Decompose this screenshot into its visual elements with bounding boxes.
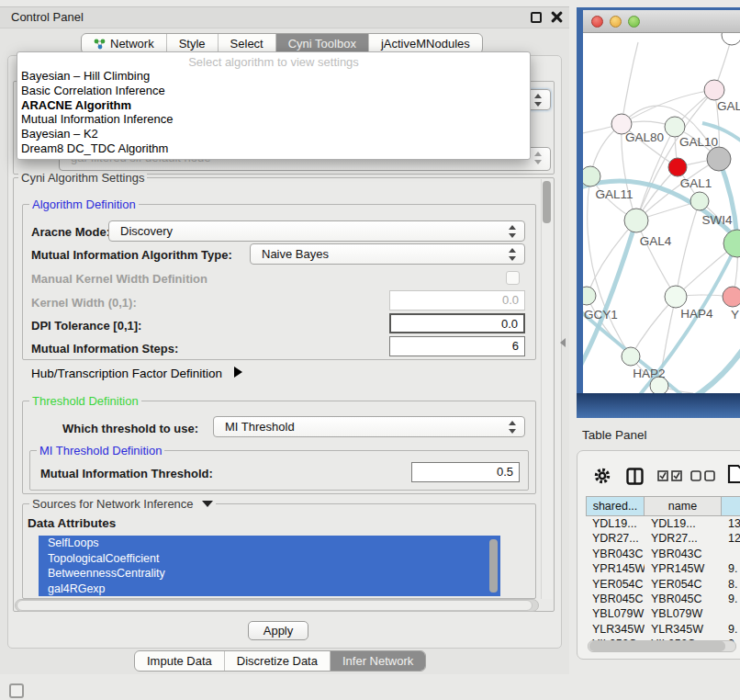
network-node[interactable] — [707, 147, 731, 171]
table-cell: YDL19... — [586, 516, 645, 531]
dropdown-items: Bayesian – Hill ClimbingBasic Correlatio… — [17, 69, 530, 156]
table-cell: YBR045C — [586, 592, 645, 606]
tab-discretize-data[interactable]: Discretize Data — [224, 651, 330, 671]
tab-infer-network[interactable]: Infer Network — [330, 651, 425, 671]
algorithm-option[interactable]: Mutual Information Inference — [17, 112, 530, 127]
network-node[interactable] — [624, 209, 648, 232]
network-node[interactable] — [583, 287, 596, 305]
network-node[interactable] — [722, 33, 740, 45]
mi-type-label: Mutual Information Algorithm Type: — [31, 248, 232, 262]
table-row[interactable]: YBR043CYBR043C — [586, 547, 740, 561]
network-node-label: GAL1 — [680, 176, 712, 190]
tab-label: Select — [230, 37, 263, 51]
zoom-traffic-light-icon[interactable] — [628, 16, 640, 28]
mi-type-combobox[interactable]: Naive Bayes — [250, 243, 525, 265]
table-row[interactable]: YBL079WYBL079W — [586, 606, 740, 621]
network-node-label: Y — [731, 308, 739, 322]
column-layout-icon[interactable] — [626, 468, 645, 485]
network-node-label: GAL80 — [625, 130, 664, 144]
network-node[interactable] — [622, 347, 640, 366]
kernel-width-field[interactable]: 0.0 — [389, 290, 525, 310]
threshold-definition-title: Threshold Definition — [29, 394, 141, 408]
dock-grip-icon[interactable] — [9, 683, 24, 698]
tab-label: Cyni Toolbox — [288, 37, 356, 51]
table-cell: YER054C — [645, 577, 722, 592]
attributes-scrollbar-thumb[interactable] — [489, 539, 498, 593]
tab-impute-data[interactable]: Impute Data — [135, 651, 224, 671]
table-cell: YLR345W — [645, 622, 722, 637]
select-all-checkboxes-icon[interactable] — [657, 469, 685, 482]
algorithm-option[interactable]: ARACNE Algorithm — [17, 98, 530, 113]
settings-vertical-scrollbar[interactable] — [541, 179, 553, 599]
network-canvas[interactable]: GALGAL80GAL10GAL1GAL11SWI4GAL4GCY1HAP4YH… — [583, 33, 740, 393]
table-row[interactable]: YDR27...YDR27...12 — [586, 531, 740, 546]
spinner-arrows-icon — [534, 94, 544, 107]
network-edge — [636, 220, 676, 297]
algorithm-option[interactable]: Dream8 DC_TDC Algorithm — [17, 141, 530, 156]
settings-horizontal-scrollbar-thumb[interactable] — [17, 600, 533, 611]
network-window-titlebar[interactable] — [583, 10, 740, 33]
network-edge — [676, 201, 700, 297]
hub-definition-expander[interactable]: Hub/Transcription Factor Definition — [31, 367, 242, 380]
data-attribute-item[interactable]: TopologicalCoefficient — [39, 551, 500, 567]
network-node-label: GAL11 — [595, 187, 633, 201]
aracne-mode-label: Aracne Mode: — [31, 225, 110, 239]
spinner-arrows-icon — [509, 421, 518, 434]
tab-label: Discretize Data — [237, 654, 318, 668]
tab-jactivemnodules[interactable]: jActiveMNodules — [368, 34, 482, 53]
table-cell: YPR145W — [586, 561, 645, 576]
network-node[interactable] — [704, 80, 724, 100]
tab-select[interactable]: Select — [218, 34, 275, 53]
gear-icon[interactable] — [593, 467, 611, 485]
aracne-mode-value: Discovery — [120, 224, 173, 238]
settings-vertical-scrollbar-thumb[interactable] — [543, 181, 551, 223]
network-node[interactable] — [665, 286, 687, 308]
aracne-mode-combobox[interactable]: Discovery — [108, 220, 525, 242]
table-row[interactable]: YLR345WYLR345W9. — [586, 622, 740, 637]
algorithm-option[interactable]: Basic Correlation Inference — [17, 84, 530, 98]
minimize-traffic-light-icon[interactable] — [610, 16, 622, 28]
table-row[interactable]: YBR045CYBR045C9. — [586, 592, 740, 606]
table-column-header[interactable]: A — [722, 496, 740, 516]
mi-steps-label: Mutual Information Steps: — [31, 342, 178, 356]
close-icon[interactable] — [550, 10, 564, 24]
table-horizontal-scrollbar-thumb[interactable] — [589, 641, 725, 651]
algorithm-option[interactable]: Bayesian – K2 — [17, 127, 530, 141]
panel-splitter-arrow-icon[interactable] — [560, 338, 566, 347]
dropdown-placeholder: Select algorithm to view settings — [17, 55, 530, 69]
table-row[interactable]: YDL19...YDL19...13 — [586, 516, 740, 531]
data-attributes-label: Data Attributes — [28, 516, 116, 530]
tab-style[interactable]: Style — [166, 34, 218, 53]
table-row[interactable]: YPR145WYPR145W9. — [586, 561, 740, 576]
document-icon[interactable] — [727, 464, 740, 484]
apply-button[interactable]: Apply — [248, 621, 308, 640]
which-threshold-combobox[interactable]: MI Threshold — [213, 416, 525, 437]
tab-network[interactable]: Network — [82, 34, 166, 53]
manual-kernel-checkbox[interactable] — [506, 271, 520, 285]
table-cell — [722, 606, 740, 621]
table-column-header[interactable]: name — [645, 496, 722, 516]
data-attribute-item[interactable]: gal4RGexp — [39, 581, 500, 597]
deselect-all-checkboxes-icon[interactable] — [690, 469, 718, 482]
tab-cyni-toolbox[interactable]: Cyni Toolbox — [275, 34, 368, 53]
network-node[interactable] — [583, 166, 600, 186]
network-edge — [622, 42, 638, 124]
data-attributes-list: SelfLoopsTopologicalCoefficientBetweenne… — [39, 536, 500, 597]
table-column-header[interactable]: shared... — [586, 496, 645, 516]
data-attribute-item[interactable]: BetweennessCentrality — [39, 566, 500, 581]
table-row[interactable]: YER054CYER054C8. — [586, 577, 740, 592]
network-node[interactable] — [668, 158, 687, 176]
mi-steps-field[interactable]: 6 — [389, 336, 525, 356]
network-node-label: GAL — [717, 99, 740, 113]
collapse-arrow-icon[interactable] — [202, 501, 213, 507]
data-attribute-item[interactable]: SelfLoops — [39, 536, 500, 551]
network-node[interactable] — [665, 117, 685, 137]
float-window-icon[interactable] — [531, 12, 542, 23]
mi-threshold-field[interactable]: 0.5 — [411, 462, 520, 482]
table-cell: YDR27... — [645, 531, 722, 546]
dpi-tolerance-field[interactable]: 0.0 — [389, 313, 525, 333]
close-traffic-light-icon[interactable] — [591, 16, 603, 28]
network-node[interactable] — [723, 287, 740, 307]
algorithm-option[interactable]: Bayesian – Hill Climbing — [17, 69, 530, 84]
network-node[interactable] — [690, 192, 709, 210]
